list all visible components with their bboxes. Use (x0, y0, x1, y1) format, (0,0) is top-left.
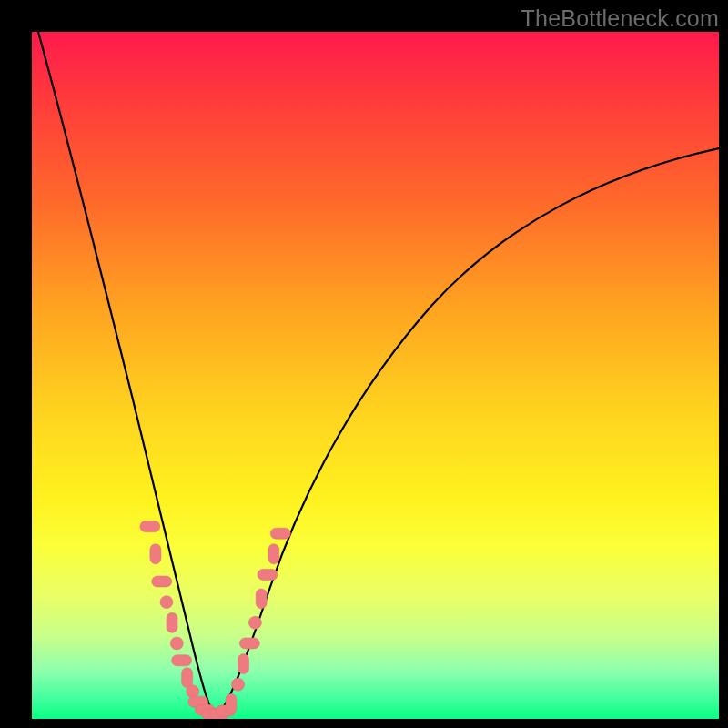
curve-left (38, 32, 216, 715)
highlight-marker (226, 693, 237, 713)
highlight-marker (268, 544, 279, 564)
highlight-marker (182, 668, 193, 688)
marker-layer (140, 521, 290, 719)
highlight-marker (258, 569, 278, 580)
highlight-marker (140, 521, 160, 532)
highlight-marker (172, 655, 192, 666)
highlight-marker (239, 638, 259, 649)
curve-right (216, 148, 719, 715)
highlight-marker (150, 544, 161, 564)
highlight-marker (167, 612, 177, 632)
watermark-text: TheBottleneck.com (521, 5, 719, 32)
chart-frame: TheBottleneck.com (0, 0, 728, 728)
highlight-marker (238, 654, 249, 674)
highlight-marker (232, 678, 245, 691)
highlight-marker (256, 589, 267, 609)
chart-svg (32, 32, 719, 719)
highlight-marker (152, 576, 172, 587)
highlight-marker (170, 637, 183, 650)
highlight-marker (187, 685, 199, 698)
highlight-marker (160, 596, 173, 609)
highlight-marker (270, 528, 290, 539)
plot-area (32, 32, 719, 719)
highlight-marker (248, 616, 261, 629)
